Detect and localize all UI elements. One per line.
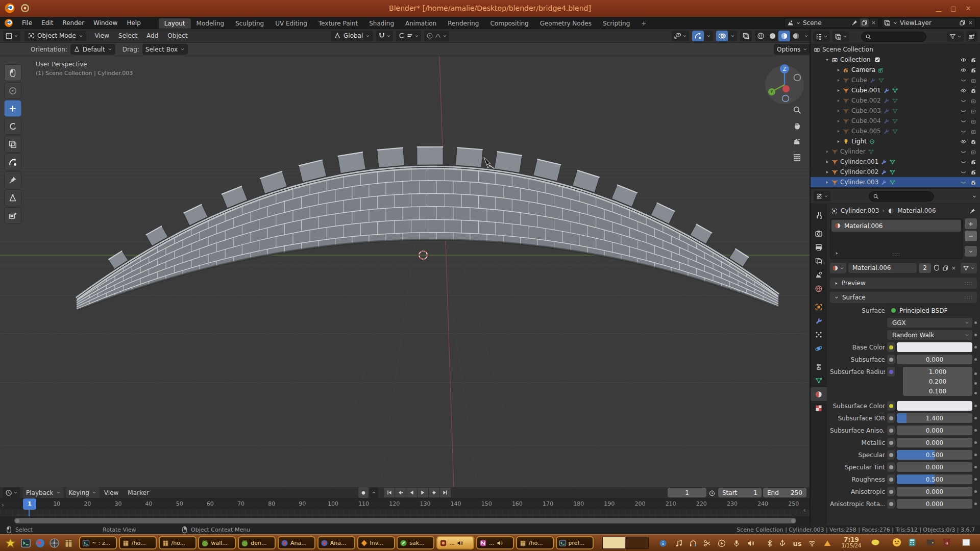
new-collection-button[interactable] [966, 31, 977, 42]
animate-decorator[interactable] [974, 454, 977, 456]
disclosure-closed-icon[interactable] [836, 98, 841, 103]
tray-updates-icon[interactable] [823, 539, 832, 548]
color-swatch-field[interactable] [897, 401, 972, 411]
workspace-tab-scripting[interactable]: Scripting [597, 18, 635, 29]
value-field[interactable]: 0.000 [897, 355, 972, 364]
copy-material-icon[interactable] [942, 265, 949, 271]
proportional-edit-group[interactable] [424, 31, 449, 41]
socket-button[interactable] [887, 462, 895, 472]
disclosure-closed-icon[interactable] [825, 170, 829, 174]
browse-material-button[interactable] [830, 263, 846, 273]
tray-scissors-icon[interactable] [703, 539, 712, 548]
xray-toggle[interactable] [740, 31, 752, 41]
disclosure-closed-icon[interactable] [836, 88, 841, 93]
socket-button[interactable] [887, 474, 895, 484]
gizmos-toggle[interactable] [692, 31, 704, 41]
task-button-6[interactable]: Ana... [317, 536, 355, 549]
tray-info-icon[interactable] [658, 539, 668, 548]
workspace-tab-layout[interactable]: Layout [159, 18, 191, 29]
outliner-row-cylinder-001[interactable]: Cylinder.001 [811, 157, 980, 167]
shading-rendered-button[interactable] [790, 31, 802, 41]
outliner-row-cube-003[interactable]: Cube.003 [811, 106, 980, 116]
collection-checkbox[interactable] [874, 57, 880, 63]
outliner-row-cylinder-002[interactable]: Cylinder.002 [811, 167, 980, 177]
menu-render[interactable]: Render [58, 17, 89, 29]
preview-range-icon[interactable] [708, 489, 716, 496]
timeline-menu-keying[interactable]: Keying [66, 487, 100, 498]
remove-slot-button[interactable] [965, 231, 977, 241]
close-button[interactable]: ✕ [963, 3, 974, 14]
render-visibility-icon[interactable] [970, 179, 977, 186]
socket-button[interactable] [887, 438, 895, 447]
properties-tab-output[interactable] [811, 240, 827, 254]
tool-select-box[interactable] [4, 64, 21, 81]
transport-play-reverse[interactable] [406, 488, 417, 497]
material-users-button[interactable]: 2 [919, 263, 931, 273]
tray-headphones-icon[interactable] [689, 539, 698, 548]
file-manager-icon[interactable] [63, 538, 74, 548]
properties-tab-world[interactable] [811, 282, 827, 295]
auto-keyframe-button[interactable] [358, 487, 369, 498]
tray-notes-icon[interactable] [871, 538, 880, 547]
tray-wifi-icon[interactable] [807, 539, 817, 548]
render-disabled-icon[interactable] [970, 118, 977, 124]
animate-decorator[interactable] [974, 392, 977, 394]
material-slot-list[interactable]: Material.006 :::: [830, 218, 963, 259]
socket-button[interactable] [887, 425, 895, 435]
blender-menu-icon[interactable] [4, 18, 13, 28]
menu-file[interactable]: File [17, 17, 37, 29]
tray-wallet-icon[interactable] [926, 538, 935, 547]
eye-closed-icon[interactable] [960, 169, 967, 176]
workspace-1-cell[interactable] [602, 537, 625, 549]
tool-transform[interactable] [4, 154, 21, 170]
navigation-gizmo[interactable]: ZY [764, 62, 805, 104]
value-field[interactable]: 0.000 [897, 438, 972, 447]
gizmos-dropdown[interactable] [704, 31, 713, 41]
outliner-row-cube-004[interactable]: Cube.004 [811, 116, 980, 126]
start-menu-icon[interactable] [5, 538, 16, 548]
preview-panel-header[interactable]: Preview :::: [830, 278, 977, 289]
fake-user-icon[interactable] [933, 264, 940, 271]
outliner-display-mode-button[interactable] [832, 31, 849, 42]
disclosure-closed-icon[interactable] [836, 109, 841, 113]
tool-measure[interactable] [4, 189, 21, 206]
workspace-tab-uv-editing[interactable]: UV Editing [270, 18, 313, 29]
value-field[interactable]: 0.000 [897, 499, 972, 509]
dropdown-field-ggx[interactable]: GGX [887, 318, 972, 328]
eye-closed-icon[interactable] [960, 97, 967, 104]
animate-decorator[interactable] [974, 346, 977, 348]
viewport-menu-add[interactable]: Add [142, 30, 163, 42]
material-specials-button[interactable] [961, 263, 977, 273]
animate-decorator[interactable] [974, 490, 977, 493]
unlink-scene-icon[interactable] [871, 20, 876, 26]
outliner-row-collection[interactable]: Collection [811, 55, 980, 65]
eye-closed-icon[interactable] [960, 159, 967, 165]
snap-toggle[interactable] [376, 31, 393, 41]
menu-edit[interactable]: Edit [37, 17, 58, 29]
maximize-button[interactable]: ▢ [948, 3, 959, 14]
viewport-menu-view[interactable]: View [90, 30, 114, 42]
properties-tab-material[interactable] [811, 387, 827, 401]
workspace-tab-rendering[interactable]: Rendering [442, 18, 484, 29]
viewport-menu-object[interactable]: Object [163, 30, 192, 42]
workspace-tab-animation[interactable]: Animation [400, 18, 442, 29]
scene-selector[interactable]: Scene [784, 18, 879, 28]
value-field[interactable]: 0.000 [897, 462, 972, 472]
overlays-toggle[interactable] [716, 31, 728, 41]
tray-keyboard-us-icon[interactable]: us [793, 539, 802, 548]
zoom-tool-icon[interactable] [790, 103, 803, 116]
mode-dropdown[interactable]: Object Mode [24, 31, 86, 41]
minimize-button[interactable]: ▁ [933, 3, 944, 14]
taskbar-clock[interactable]: 7:19 1/15/24 [838, 537, 865, 549]
timeline-scrollbar[interactable] [14, 518, 796, 523]
animate-decorator[interactable] [974, 466, 977, 468]
tool-scale[interactable] [4, 136, 21, 153]
editor-type-button[interactable] [3, 31, 20, 41]
terminal-icon[interactable] [20, 538, 31, 548]
socket-button[interactable] [887, 450, 895, 460]
tray-mic-icon[interactable] [732, 539, 741, 548]
viewport-menu-select[interactable]: Select [114, 30, 142, 42]
disclosure-closed-icon[interactable] [836, 139, 841, 144]
eye-open-icon[interactable] [960, 87, 967, 94]
options-dropdown[interactable]: Options [774, 44, 811, 55]
